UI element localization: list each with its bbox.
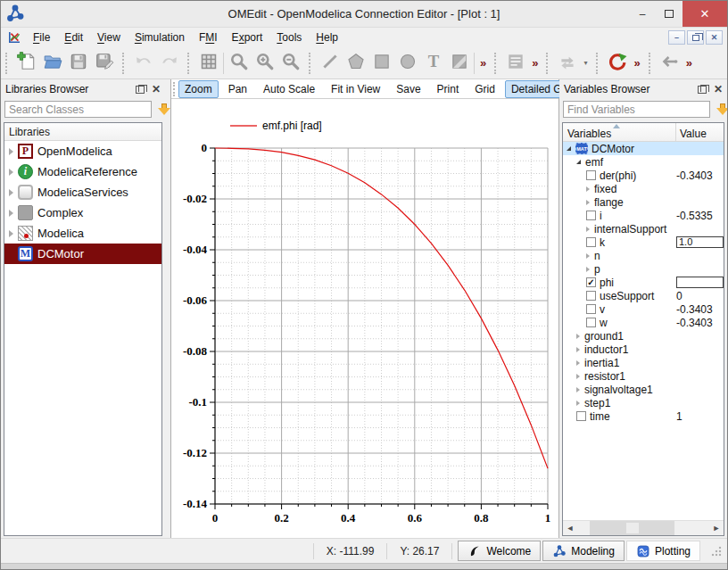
- variable-row-ground1[interactable]: ground1: [563, 329, 724, 343]
- variable-row-resistor1[interactable]: resistor1: [563, 369, 724, 383]
- menu-export[interactable]: Export: [225, 29, 270, 46]
- library-item-modelicaservices[interactable]: ModelicaServices: [4, 182, 161, 202]
- variable-row-flange[interactable]: flange: [563, 195, 724, 209]
- close-dock-icon[interactable]: ✕: [152, 85, 161, 94]
- expand-icon[interactable]: [576, 387, 580, 392]
- expand-icon[interactable]: [9, 189, 13, 196]
- expand-icon[interactable]: [586, 267, 590, 272]
- variable-row-dcmotor[interactable]: MATDCMotor: [563, 142, 724, 155]
- variable-checkbox[interactable]: [586, 170, 596, 180]
- variable-row-internalsupport[interactable]: internalSupport: [563, 222, 724, 235]
- zoom-in-button[interactable]: [252, 50, 277, 76]
- plot-pan-button[interactable]: Pan: [222, 80, 253, 98]
- scroll-left-icon[interactable]: ◄: [563, 524, 577, 533]
- scrollbar-thumb[interactable]: [590, 521, 674, 535]
- plotting-view-button[interactable]: Plotting: [626, 541, 700, 561]
- menu-help[interactable]: Help: [309, 29, 345, 46]
- plot-canvas[interactable]: 00.20.40.60.810-0.02-0.04-0.06-0.08-0.1-…: [171, 99, 558, 538]
- variable-checkbox[interactable]: ✓: [586, 277, 596, 287]
- plot-toolbar-handle[interactable]: [173, 82, 175, 96]
- text-shape-button[interactable]: T: [420, 50, 446, 76]
- float-dock-icon[interactable]: [136, 85, 146, 94]
- rectangle-shape-button[interactable]: [368, 50, 394, 76]
- horizontal-scrollbar[interactable]: ◄ ►: [563, 520, 724, 535]
- menu-simulation[interactable]: Simulation: [128, 29, 192, 46]
- mdi-close-button[interactable]: ✕: [706, 30, 723, 45]
- value-column-header[interactable]: Value: [676, 123, 724, 141]
- toolbar-drag-handle[interactable]: [309, 53, 312, 74]
- plot-save-button[interactable]: Save: [390, 80, 426, 98]
- search-classes-input[interactable]: [4, 101, 152, 118]
- toolbar-drag-handle[interactable]: [596, 53, 600, 74]
- variable-row-der-phi-[interactable]: der(phi)-0.3403: [563, 169, 724, 182]
- variable-row-inductor1[interactable]: inductor1: [563, 343, 724, 356]
- variable-row-p[interactable]: p: [563, 262, 724, 276]
- modeling-view-button[interactable]: Modeling: [542, 541, 625, 561]
- maximize-window-button[interactable]: [656, 1, 682, 27]
- variable-row-fixed[interactable]: fixed: [563, 182, 724, 195]
- variable-row-phi[interactable]: ✓phi: [563, 276, 724, 289]
- plot-grid-button[interactable]: Grid: [468, 80, 501, 98]
- expand-icon[interactable]: [586, 200, 590, 205]
- variable-row-inertia1[interactable]: inertia1: [563, 356, 724, 369]
- toolbar-overflow-button[interactable]: »: [630, 56, 642, 70]
- scroll-right-icon[interactable]: ►: [709, 524, 724, 533]
- menu-view[interactable]: View: [90, 29, 128, 46]
- search-scope-button[interactable]: [155, 102, 161, 118]
- library-item-modelicareference[interactable]: iModelicaReference: [4, 161, 161, 182]
- expand-icon[interactable]: [586, 253, 590, 259]
- library-item-complex[interactable]: Complex: [4, 202, 161, 223]
- polygon-shape-button[interactable]: [343, 50, 368, 76]
- menu-file[interactable]: File: [26, 29, 57, 46]
- collapse-icon[interactable]: [576, 160, 581, 164]
- expand-icon[interactable]: [9, 169, 13, 176]
- expand-icon[interactable]: [576, 334, 580, 339]
- expand-icon[interactable]: [576, 401, 580, 406]
- reset-zoom-button[interactable]: [226, 50, 252, 76]
- plot-zoom-button[interactable]: Zoom: [178, 80, 219, 98]
- variable-row-v[interactable]: v-0.3403: [563, 302, 724, 316]
- scrollbar-track[interactable]: [577, 521, 709, 535]
- ellipse-shape-button[interactable]: [394, 50, 420, 76]
- close-window-button[interactable]: ✕: [682, 1, 727, 27]
- redo-button[interactable]: [156, 50, 182, 76]
- line-shape-button[interactable]: [317, 50, 343, 76]
- expand-icon[interactable]: [9, 230, 13, 237]
- plot-print-button[interactable]: Print: [431, 80, 466, 98]
- sort-ascending-icon[interactable]: [613, 124, 620, 128]
- toolbar-drag-handle[interactable]: [649, 53, 652, 74]
- minimize-window-button[interactable]: –: [629, 1, 656, 27]
- variable-row-i[interactable]: i-0.5335: [563, 209, 724, 222]
- library-item-modelica[interactable]: Modelica: [4, 223, 161, 244]
- expand-icon[interactable]: [576, 360, 580, 366]
- expand-icon[interactable]: [576, 347, 580, 352]
- variable-value-input[interactable]: 1.0: [676, 236, 724, 248]
- toolbar-drag-handle[interactable]: [546, 53, 550, 74]
- open-model-button[interactable]: [39, 50, 65, 76]
- variable-value-input[interactable]: [676, 277, 724, 288]
- bitmap-shape-button[interactable]: [446, 50, 472, 76]
- dropdown-caret-icon[interactable]: ▾: [580, 59, 591, 67]
- save-as-button[interactable]: [91, 50, 117, 76]
- float-dock-icon[interactable]: [698, 85, 708, 94]
- toolbar-overflow-button[interactable]: »: [528, 56, 541, 70]
- variable-row-k[interactable]: k1.0: [563, 235, 724, 249]
- library-item-openmodelica[interactable]: POpenModelica: [4, 141, 161, 161]
- toolbar-drag-handle[interactable]: [122, 53, 126, 74]
- toolbar-drag-handle[interactable]: [5, 53, 9, 74]
- find-variables-input[interactable]: [563, 101, 710, 118]
- menu-tools[interactable]: Tools: [269, 29, 309, 46]
- expand-icon[interactable]: [586, 227, 590, 232]
- zoom-out-button[interactable]: [277, 50, 303, 76]
- variable-row-step1[interactable]: step1: [563, 396, 724, 409]
- variable-checkbox[interactable]: [586, 304, 596, 314]
- variable-row-usesupport[interactable]: useSupport0: [563, 289, 724, 302]
- fit-diagram-button[interactable]: [657, 50, 682, 76]
- variable-checkbox[interactable]: [586, 237, 596, 247]
- mdi-restore-button[interactable]: [687, 30, 704, 45]
- expand-icon[interactable]: [9, 210, 13, 217]
- welcome-view-button[interactable]: Welcome: [458, 541, 541, 561]
- grid-button[interactable]: [195, 50, 221, 76]
- toolbar-overflow-button[interactable]: »: [682, 56, 695, 70]
- variable-row-n[interactable]: n: [563, 249, 724, 262]
